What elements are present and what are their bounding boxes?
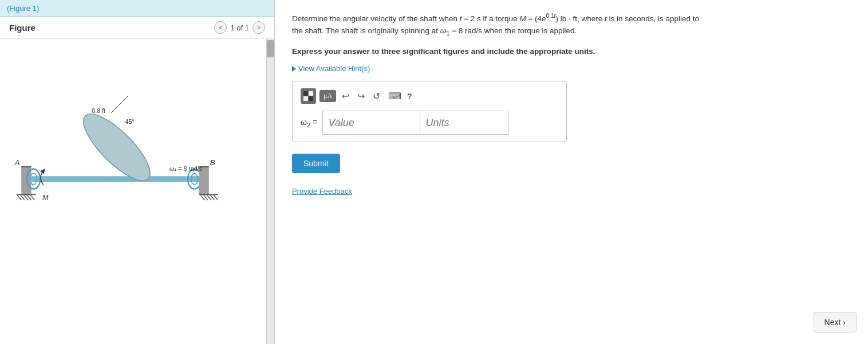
units-input[interactable] [420,111,508,135]
figure-link[interactable]: (Figure 1) [7,4,39,13]
undo-button[interactable]: ↩ [340,89,352,103]
mu-label: μA [323,92,332,100]
label-b: B [210,158,215,167]
grid-cell-1 [303,91,308,96]
next-button[interactable]: Next › [814,312,857,333]
keyboard-icon: ⌨ [388,91,401,101]
figure-header: Figure < 1 of 1 > [0,17,274,39]
figure-title: Figure [9,23,35,33]
hint-link[interactable]: View Available Hint(s) [292,64,851,73]
figure-nav: < 1 of 1 > [214,21,265,34]
m-label: M [42,194,49,202]
dimension-label: 0.8 ft [92,107,105,114]
dimension-line [111,96,128,113]
grid-cell-3 [303,96,308,101]
problem-text: Determine the angular velocity of the sh… [292,11,807,38]
shaft [31,176,204,182]
mu-button[interactable]: μA [319,90,336,102]
figure-prev-button[interactable]: < [214,21,227,34]
figure-scrollbar[interactable] [266,39,274,344]
figure-page-indicator: 1 of 1 [230,24,249,32]
right-panel: Determine the angular velocity of the sh… [275,0,868,344]
next-label: Next [824,318,841,327]
bold-instruction: Express your answer to three significant… [292,45,807,58]
undo-icon: ↩ [342,91,349,101]
feedback-link[interactable]: Provide Feedback [292,187,851,196]
figure-scroll-thumb[interactable] [267,40,274,57]
feedback-label: Provide Feedback [292,187,352,196]
left-panel: (Figure 1) Figure < 1 of 1 > [0,0,275,344]
refresh-icon: ↺ [373,91,380,101]
input-row: ω2 = [301,111,558,135]
help-button[interactable]: ? [407,92,412,101]
figure-diagram: A 0.8 ft 45° [6,45,261,211]
submit-area: Submit [292,151,851,187]
figure-image-area: A 0.8 ft 45° [0,39,274,344]
answer-box: μA ↩ ↪ ↺ ⌨ ? ω2 = [292,81,567,142]
grid-button[interactable] [301,88,316,104]
refresh-button[interactable]: ↺ [370,89,382,103]
angle-label: 45° [125,118,134,125]
math-toolbar: μA ↩ ↪ ↺ ⌨ ? [301,88,558,104]
submit-label: Submit [303,159,329,168]
omega-label: ω₁ = 8 rad/s [169,165,202,172]
figure-link-bar: (Figure 1) [0,0,274,17]
redo-button[interactable]: ↪ [355,89,367,103]
help-icon: ? [407,92,412,101]
grid-cell-4 [309,96,313,101]
omega2-label: ω2 = [301,118,318,128]
grid-cell-2 [309,91,313,96]
keyboard-button[interactable]: ⌨ [386,89,404,103]
submit-button[interactable]: Submit [292,154,340,173]
next-chevron-icon: › [843,318,846,327]
hint-label: View Available Hint(s) [298,64,370,73]
label-a: A [14,158,20,167]
hint-triangle-icon [292,66,296,72]
figure-next-button[interactable]: > [252,21,265,34]
redo-icon: ↪ [357,91,365,101]
grid-icon [303,91,313,101]
value-input[interactable] [322,111,420,135]
ground-a [17,167,35,200]
